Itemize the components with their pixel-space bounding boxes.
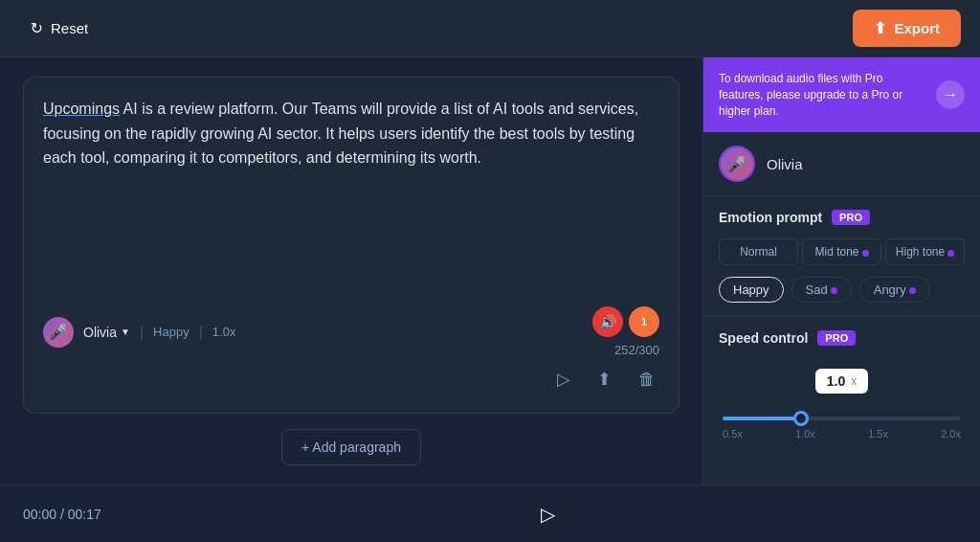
tone-normal-label: Normal [740,245,777,259]
avatar-face: 🎤 [43,317,74,348]
emotion-happy[interactable]: Happy [719,277,784,303]
hightone-dot [947,250,954,257]
midtone-dot [862,250,869,257]
speed-slider-thumb[interactable] [793,411,809,426]
happy-label: Happy [733,282,769,297]
player-controls: ▷ [138,497,957,531]
upgrade-banner-text: To download audio files with Pro feature… [719,71,926,119]
speed-value-container: 1.0 x [719,359,965,403]
text-card: Upcomings AI is a review platform. Our T… [23,77,679,414]
voice-avatar: 🎤 [719,146,755,182]
main-text: AI is a review platform. Our Teams will … [43,101,638,166]
speed-control-title: Speed control [719,330,808,346]
speed-value-box: 1.0 x [815,369,868,394]
time-separator: / [60,507,64,522]
badge-icon: 🔊 [600,314,616,329]
card-actions: ▷ ⬆ 🗑 [43,365,659,394]
avatar: 🎤 [43,317,74,348]
bottom-player: 00:00 / 00:17 ▷ [0,485,980,542]
text-content: Upcomings AI is a review platform. Our T… [43,97,659,291]
sad-label: Sad [806,282,828,297]
tone-midtone-label: Mid tone [814,245,858,259]
voice-name-label[interactable]: Olivia ▼ [83,325,130,340]
export-button[interactable]: ⬆ Export [853,10,961,47]
emotion-pro-badge: Pro [832,210,870,225]
time-current: 00:00 [23,507,56,522]
speed-slider-fill [723,417,801,420]
angry-dot [909,287,916,294]
arrow-icon: → [943,86,958,103]
add-paragraph-container: + Add paragraph [23,429,679,465]
voice-panel-name: Olivia [767,156,803,172]
player-play-button[interactable]: ▷ [530,497,565,531]
speed-clear-button[interactable]: x [851,374,857,388]
separator2: | [199,324,203,341]
sad-dot [831,287,837,294]
badge-red: 🔊 [592,306,623,337]
emotion-options: Happy Sad Angry [719,277,965,303]
speed-label-0: 0.5x [723,428,743,440]
speed-pro-badge: Pro [817,330,856,346]
download-button[interactable]: ⬆ [593,365,615,394]
emotion-prompt-section: Emotion prompt Pro Normal Mid tone High … [703,196,980,317]
separator: | [140,324,144,341]
upgrade-banner: To download audio files with Pro feature… [703,57,980,132]
tone-hightone-label: High tone [896,245,945,259]
delete-button[interactable]: 🗑 [635,366,659,394]
voice-name-text: Olivia [83,325,117,340]
speed-label-1: 1.0x [795,428,815,440]
emotion-prompt-title: Emotion prompt [719,210,822,225]
emotion-angry[interactable]: Angry [859,277,930,303]
underlined-text: Upcomings [43,101,120,117]
voice-avatar-face: 🎤 [721,147,753,180]
angry-label: Angry [874,282,906,297]
speed-control-header: Speed control Pro [719,330,965,346]
time-display: 00:00 / 00:17 [23,507,119,522]
speed-control-section: Speed control Pro 1.0 x 0.5x 1.0x 1.5x [703,317,980,453]
add-paragraph-button[interactable]: + Add paragraph [281,429,421,465]
speed-slider-labels: 0.5x 1.0x 1.5x 2.0x [723,428,961,440]
chevron-down-icon: ▼ [121,327,130,337]
emotion-sad[interactable]: Sad [791,277,852,303]
export-label: Export [894,20,940,36]
speed-slider-container: 0.5x 1.0x 1.5x 2.0x [719,417,965,440]
right-panel: To download audio files with Pro feature… [702,57,980,485]
time-total: 00:17 [68,507,101,522]
tone-option-normal[interactable]: Normal [719,238,798,265]
speed-label-3: 2.0x [941,428,961,440]
tone-option-midtone[interactable]: Mid tone [802,238,881,265]
speed-label-2: 1.5x [868,428,888,440]
tone-options: Normal Mid tone High tone [719,238,965,265]
reset-icon: ↺ [31,19,43,37]
speed-slider-track [723,417,961,420]
play-button[interactable]: ▷ [553,365,574,394]
card-footer-left: 🎤 Olivia ▼ | Happy | 1.0x [43,317,235,348]
voice-header: 🎤 Olivia [703,132,980,196]
badge-orange: 1 [629,306,659,337]
export-icon: ⬆ [874,19,886,37]
left-panel: Upcomings AI is a review platform. Our T… [0,57,702,485]
emotion-prompt-header: Emotion prompt Pro [719,210,965,225]
voice-emotion-label: Happy [153,325,189,339]
main-content: Upcomings AI is a review platform. Our T… [0,57,980,485]
speed-value: 1.0 [827,373,845,389]
char-count: 252/300 [614,343,659,357]
card-footer-right: 🔊 1 252/300 [592,306,659,357]
header: ↺ Reset ⬆ Export [0,0,980,57]
reset-label: Reset [51,20,88,36]
tone-option-hightone[interactable]: High tone [885,238,965,265]
reset-button[interactable]: ↺ Reset [19,13,100,43]
card-footer: 🎤 Olivia ▼ | Happy | 1.0x 🔊 [43,306,659,357]
notification-badges: 🔊 1 [592,306,659,337]
upgrade-arrow-button[interactable]: → [936,80,965,109]
voice-speed-label: 1.0x [212,325,236,339]
